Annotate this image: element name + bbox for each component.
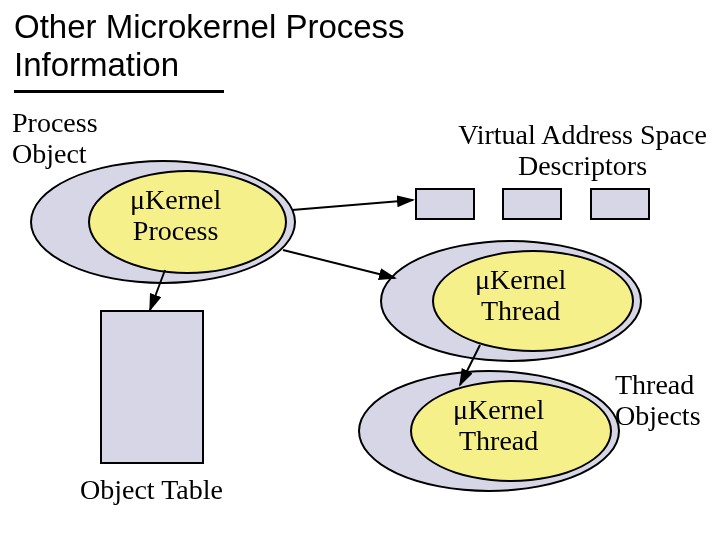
arrows xyxy=(0,0,720,540)
arrow-process-to-vas xyxy=(292,200,413,210)
arrow-process-to-thread-a xyxy=(283,250,395,278)
arrow-thread-a-to-b xyxy=(460,345,480,385)
arrow-process-to-table xyxy=(150,270,165,310)
